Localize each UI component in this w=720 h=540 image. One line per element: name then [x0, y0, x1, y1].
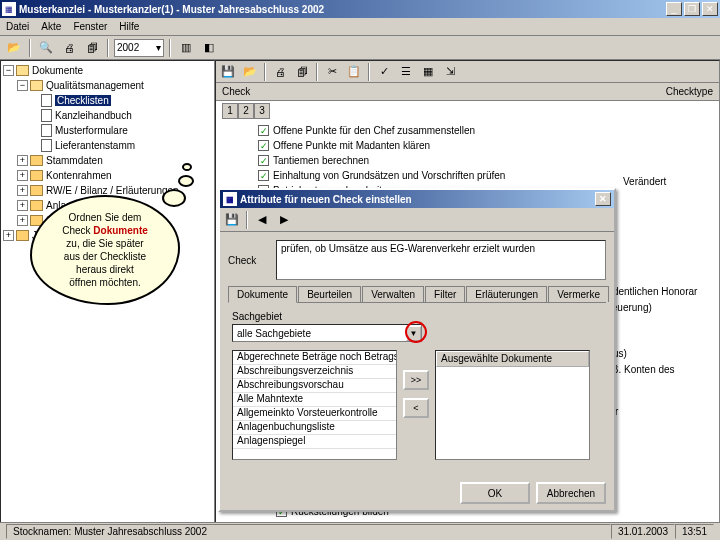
- list-item[interactable]: Anlagenspiegel: [233, 435, 396, 449]
- year-value: 2002: [117, 42, 139, 53]
- tree-item[interactable]: Kontenrahmen: [46, 170, 112, 181]
- tree-item-checklisten[interactable]: Checklisten: [55, 95, 111, 106]
- dialog-icon: ▦: [223, 192, 237, 206]
- sachgebiet-label: Sachgebiet: [232, 311, 602, 322]
- dropdown-icon[interactable]: ▼: [406, 326, 421, 341]
- restore-button[interactable]: ❐: [684, 2, 700, 16]
- right-label: Verändert: [619, 176, 719, 191]
- tb-tool1-icon[interactable]: ▥: [176, 38, 196, 58]
- statusbar: Stocknamen: Muster Jahresabschluss 2002 …: [0, 522, 720, 540]
- tab-beurteilen[interactable]: Beurteilen: [298, 286, 361, 302]
- dialog-close-button[interactable]: ✕: [595, 192, 611, 206]
- checkbox-icon[interactable]: ✓: [258, 140, 269, 151]
- ct-export-icon[interactable]: ⇲: [440, 62, 460, 82]
- info-text: z.B. Konten des: [604, 364, 719, 380]
- folder-icon: [16, 65, 29, 76]
- tree-collapse-icon[interactable]: −: [17, 80, 28, 91]
- list-item[interactable]: Allgemeinkto Vorsteuerkontrolle: [233, 407, 396, 421]
- tree-expand-icon[interactable]: +: [3, 230, 14, 241]
- ct-check-icon[interactable]: ✓: [374, 62, 394, 82]
- tree-expand-icon[interactable]: +: [17, 185, 28, 196]
- tree-expand-icon[interactable]: +: [17, 170, 28, 181]
- info-text: ordentlichen Honorar: [604, 286, 719, 302]
- dlg-next-icon[interactable]: ▶: [274, 210, 294, 230]
- tb-search-icon[interactable]: 🔍: [36, 38, 56, 58]
- tree-item[interactable]: Stammdaten: [46, 155, 103, 166]
- check-toolbar: 💾 📂 🖨 🗐 ✂ 📋 ✓ ☰ ▦ ⇲: [216, 61, 719, 83]
- folder-icon: [16, 230, 29, 241]
- minimize-button[interactable]: _: [666, 2, 682, 16]
- checkbox-icon[interactable]: ✓: [258, 125, 269, 136]
- menu-datei[interactable]: Datei: [6, 21, 29, 32]
- tree-item[interactable]: Kanzleihandbuch: [55, 110, 132, 121]
- folder-icon: [30, 80, 43, 91]
- status-time: 13:51: [675, 524, 714, 539]
- cancel-button[interactable]: Abbrechen: [536, 482, 606, 504]
- tree-item[interactable]: Lieferantenstamm: [55, 140, 135, 151]
- tab-vermerke[interactable]: Vermerke: [548, 286, 609, 302]
- tab-dokumente[interactable]: Dokumente: [228, 286, 297, 303]
- menu-akte[interactable]: Akte: [41, 21, 61, 32]
- dlg-save-icon[interactable]: 💾: [222, 210, 242, 230]
- tree-expand-icon[interactable]: +: [17, 215, 28, 226]
- window-title: Musterkanzlei - Musterkanzler(1) - Muste…: [19, 4, 666, 15]
- info-text: steuerung): [604, 302, 719, 318]
- ct-preview-icon[interactable]: 🗐: [292, 62, 312, 82]
- level-tab-2[interactable]: 2: [238, 103, 254, 119]
- remove-button[interactable]: <: [403, 398, 429, 418]
- tab-filter[interactable]: Filter: [425, 286, 465, 302]
- tree-expand-icon[interactable]: +: [17, 200, 28, 211]
- app-icon: ▦: [2, 2, 16, 16]
- ct-save-icon[interactable]: 💾: [218, 62, 238, 82]
- checkbox-icon[interactable]: ✓: [258, 170, 269, 181]
- main-toolbar: 📂 🔍 🖨 🗐 2002 ▾ ▥ ◧: [0, 36, 720, 60]
- tree-group[interactable]: Qualitätsmanagement: [46, 80, 144, 91]
- check-type-header[interactable]: Checktype: [666, 86, 713, 97]
- check-text-input[interactable]: [276, 240, 606, 280]
- menu-fenster[interactable]: Fenster: [73, 21, 107, 32]
- list-item[interactable]: Abschreibungsverzeichnis: [233, 365, 396, 379]
- level-tab-3[interactable]: 3: [254, 103, 270, 119]
- checkbox-icon[interactable]: ✓: [258, 155, 269, 166]
- tab-verwalten[interactable]: Verwalten: [362, 286, 424, 302]
- list-item[interactable]: Anlagenbuchungsliste: [233, 421, 396, 435]
- tb-preview-icon[interactable]: 🗐: [82, 38, 102, 58]
- tree-item[interactable]: Musterformulare: [55, 125, 128, 136]
- selected-documents-list[interactable]: Ausgewählte Dokumente: [435, 350, 590, 460]
- ct-print-icon[interactable]: 🖨: [270, 62, 290, 82]
- dlg-prev-icon[interactable]: ◀: [252, 210, 272, 230]
- close-button[interactable]: ✕: [702, 2, 718, 16]
- doc-icon: [41, 94, 52, 107]
- check-column-header[interactable]: Check: [222, 86, 250, 97]
- folder-icon: [30, 155, 43, 166]
- ct-grid-icon[interactable]: ▦: [418, 62, 438, 82]
- list-item[interactable]: Abgerechnete Beträge noch Betrags: [233, 351, 396, 365]
- tab-erlauterungen[interactable]: Erläuterungen: [466, 286, 547, 302]
- ct-open-icon[interactable]: 📂: [240, 62, 260, 82]
- ct-paste-icon[interactable]: 📋: [344, 62, 364, 82]
- doc-icon: [41, 109, 52, 122]
- sachgebiet-combo[interactable]: alle Sachgebiete ▼: [232, 324, 422, 342]
- ct-cut-icon[interactable]: ✂: [322, 62, 342, 82]
- tb-tool2-icon[interactable]: ◧: [199, 38, 219, 58]
- tb-open-icon[interactable]: 📂: [4, 38, 24, 58]
- tb-print-icon[interactable]: 🖨: [59, 38, 79, 58]
- year-selector[interactable]: 2002 ▾: [114, 39, 164, 57]
- available-documents-list[interactable]: Abgerechnete Beträge noch Betrags Abschr…: [232, 350, 397, 460]
- main-menubar: Datei Akte Fenster Hilfe: [0, 18, 720, 36]
- tree-root[interactable]: Dokumente: [32, 65, 83, 76]
- dropdown-icon: ▾: [156, 42, 161, 53]
- tree-expand-icon[interactable]: +: [17, 155, 28, 166]
- list-item[interactable]: Alle Mahntexte: [233, 393, 396, 407]
- ct-list-icon[interactable]: ☰: [396, 62, 416, 82]
- tree-collapse-icon[interactable]: −: [3, 65, 14, 76]
- info-text: (aus): [604, 348, 719, 364]
- list-item[interactable]: Abschreibungsvorschau: [233, 379, 396, 393]
- level-tab-1[interactable]: 1: [222, 103, 238, 119]
- dialog-tabs: Dokumente Beurteilen Verwalten Filter Er…: [228, 286, 606, 303]
- add-button[interactable]: >>: [403, 370, 429, 390]
- ok-button[interactable]: OK: [460, 482, 530, 504]
- main-titlebar: ▦ Musterkanzlei - Musterkanzler(1) - Mus…: [0, 0, 720, 18]
- menu-hilfe[interactable]: Hilfe: [119, 21, 139, 32]
- attributes-dialog: ▦ Attribute für neuen Check einstellen ✕…: [218, 188, 616, 512]
